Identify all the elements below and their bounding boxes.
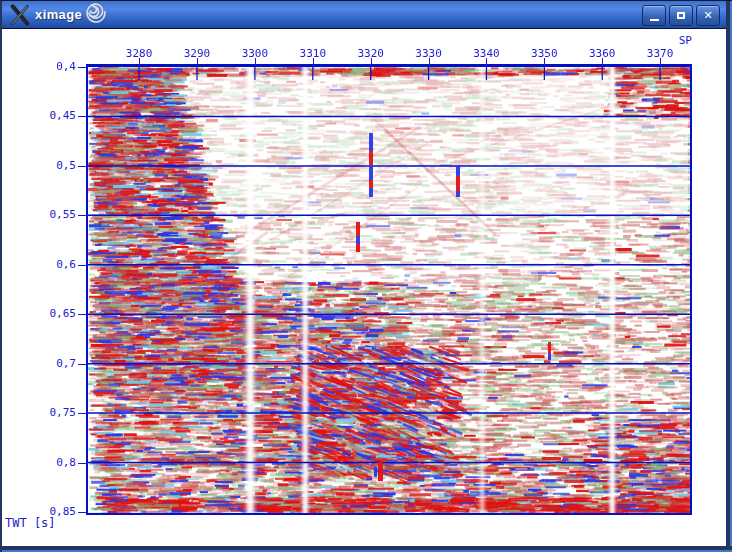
left-tick-label: 0,5 [24, 159, 76, 172]
top-tick-mark [371, 58, 372, 66]
left-tick-mark [78, 265, 86, 266]
left-tick-label: 0,45 [24, 109, 76, 122]
left-tick-label: 0,65 [24, 307, 76, 320]
left-tick-label: 0,7 [24, 357, 76, 370]
app-window: ximage ✕ SP 3280329033003310332033303340… [0, 0, 732, 552]
top-tick-mark [544, 58, 545, 66]
left-tick-mark [78, 215, 86, 216]
titlebar[interactable]: ximage ✕ [2, 1, 732, 29]
left-tick-mark [78, 116, 86, 117]
left-tick-label: 0,55 [24, 208, 76, 221]
top-tick-mark [429, 58, 430, 66]
left-tick-mark [78, 463, 86, 464]
top-tick-mark [139, 58, 140, 66]
left-tick-mark [78, 314, 86, 315]
x11-logo-icon [10, 4, 30, 26]
top-tick-mark [660, 58, 661, 66]
top-tick-mark [602, 58, 603, 66]
close-icon: ✕ [703, 9, 712, 22]
top-tick-mark [486, 58, 487, 66]
left-tick-mark [78, 512, 86, 513]
close-button[interactable]: ✕ [696, 5, 720, 26]
left-tick-label: 0,75 [24, 406, 76, 419]
left-tick-mark [78, 413, 86, 414]
window-controls: ✕ [642, 5, 720, 26]
left-tick-label: 0,4 [24, 60, 76, 73]
maximize-button[interactable] [669, 5, 693, 26]
minimize-icon [650, 19, 659, 21]
minimize-button[interactable] [642, 5, 666, 26]
left-tick-label: 0,8 [24, 456, 76, 469]
left-tick-label: 0,6 [24, 258, 76, 271]
window-frame-right [726, 1, 732, 552]
window-title: ximage [35, 7, 82, 22]
top-tick-mark [313, 58, 314, 66]
left-tick-mark [78, 364, 86, 365]
window-frame-bottom [2, 546, 732, 552]
top-axis-title: SP [642, 34, 692, 47]
top-tick-mark [197, 58, 198, 66]
left-tick-mark [78, 67, 86, 68]
seismic-image[interactable] [88, 67, 690, 513]
maximize-icon [677, 12, 685, 19]
left-tick-mark [78, 166, 86, 167]
top-tick-mark [255, 58, 256, 66]
left-axis-title: TWT [s] [5, 516, 56, 530]
swirl-logo-icon [84, 1, 108, 25]
